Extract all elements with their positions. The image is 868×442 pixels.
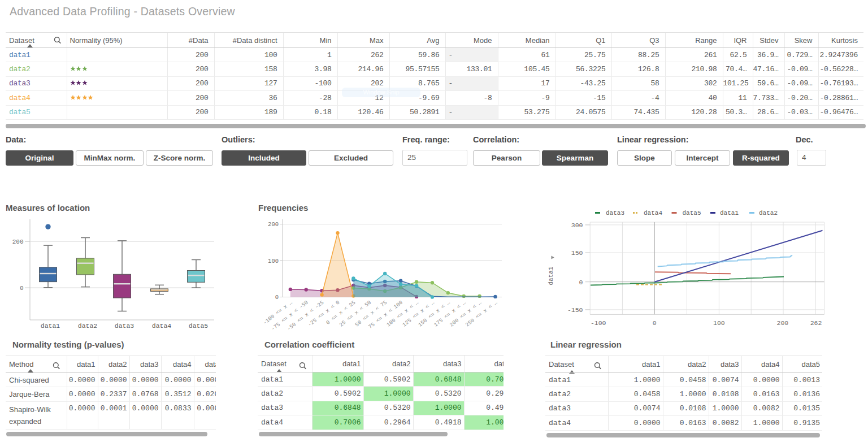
- svg-text:0: 0: [579, 279, 583, 286]
- svg-text:200: 200: [12, 239, 24, 245]
- svg-text:200: 200: [268, 221, 279, 228]
- svg-text:data5: data5: [683, 210, 701, 216]
- svg-text:data1: data1: [720, 210, 739, 216]
- svg-text:-150: -150: [567, 306, 583, 314]
- svg-text:data4: data4: [152, 322, 172, 330]
- svg-text:200: 200: [777, 319, 789, 327]
- svg-text:data4: data4: [644, 210, 662, 216]
- svg-text:0: 0: [275, 294, 279, 301]
- svg-text:-100: -100: [591, 319, 606, 327]
- svg-text:100: 100: [713, 319, 725, 327]
- svg-text:300: 300: [571, 222, 583, 229]
- svg-text:data1: data1: [548, 266, 554, 285]
- svg-text:data3: data3: [606, 210, 624, 216]
- svg-text:262: 262: [810, 319, 822, 327]
- svg-text:0: 0: [20, 285, 24, 292]
- svg-text:100: 100: [268, 258, 279, 265]
- svg-text:150: 150: [571, 249, 583, 257]
- svg-text:data5: data5: [189, 322, 209, 330]
- svg-text:data2: data2: [759, 210, 778, 216]
- svg-text:data3: data3: [115, 322, 134, 330]
- svg-text:data1: data1: [41, 322, 60, 330]
- svg-text:data2: data2: [78, 322, 98, 330]
- svg-text:0: 0: [653, 319, 657, 327]
